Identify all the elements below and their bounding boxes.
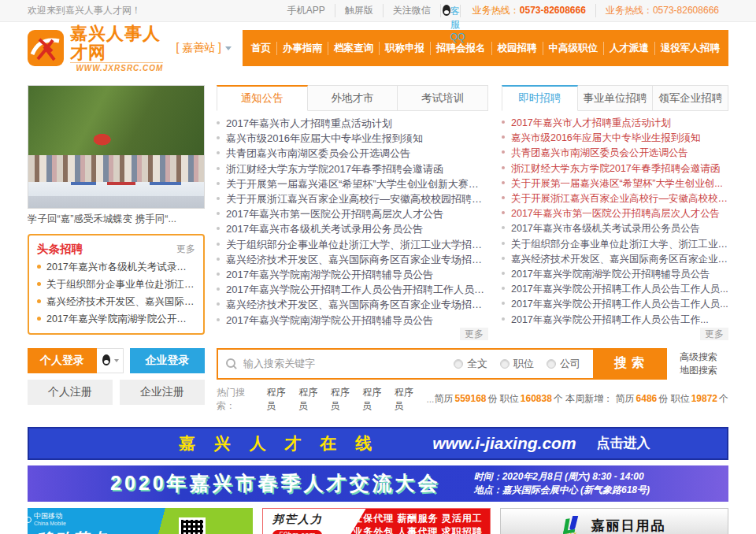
list-item[interactable]: 共青团嘉兴市南湖区委员会公开选调公告 xyxy=(502,146,728,161)
recruit-more-link[interactable]: 更多 xyxy=(700,328,728,340)
news-photo[interactable] xyxy=(28,85,205,209)
hotline-number: 0573-82608666 xyxy=(520,5,586,16)
nav-item-campus[interactable]: 校园招聘 xyxy=(491,42,543,55)
nav-item-home[interactable]: 首页 xyxy=(246,42,276,55)
list-item[interactable]: 2017年嘉兴市各级机关考试录用公务员公告 xyxy=(217,221,488,236)
personal-register-button[interactable]: 个人注册 xyxy=(28,380,113,405)
enterprise-login-button[interactable]: 企业登录 xyxy=(130,348,205,373)
list-item[interactable]: 嘉兴经济技术开发区、嘉兴国际商务区百家企业专场招聘会公告 xyxy=(217,297,488,312)
search-button[interactable]: 搜索 xyxy=(593,350,665,378)
tab-leading-enterprise[interactable]: 领军企业招聘 xyxy=(653,85,728,111)
site-name: 嘉兴人事人才网 xyxy=(70,24,163,62)
list-item[interactable]: 2017年嘉兴市第一医院公开招聘高层次人才公告 xyxy=(502,206,728,221)
list-item[interactable]: 2017年嘉兴市各级机关考试录用公务员公告 xyxy=(502,221,728,236)
nav-item-jobfair-signup[interactable]: 招聘会报名 xyxy=(430,42,491,55)
hot-search-word[interactable]: 程序员 xyxy=(267,386,295,413)
list-item[interactable]: 关于组织部分企事业单位赴浙江大学、浙江工业大... xyxy=(502,237,728,252)
jobfair-title: 2020年嘉兴市春季人才交流大会 xyxy=(110,470,441,496)
list-item[interactable]: 2017年嘉兴市人才招聘重点活动计划 xyxy=(217,116,488,131)
radio-icon xyxy=(454,359,463,369)
list-item[interactable]: 2017年嘉兴学院公开招聘工作人员公告开招聘工作人员公告开... xyxy=(217,282,488,297)
touch-version-link[interactable]: 触屏版 xyxy=(335,4,384,17)
notice-more-link[interactable]: 更多 xyxy=(460,328,488,340)
list-item[interactable]: 关于开展第一届嘉兴港区“希望杯”大学生创业创新大赛的通知 xyxy=(217,176,488,191)
qq-login-dropdown[interactable] xyxy=(97,348,124,373)
list-item[interactable]: 2017年嘉兴学院公开招聘工作人员公告工作... xyxy=(502,313,728,328)
list-item[interactable]: 2017年嘉兴学院南湖学院公开招聘辅... xyxy=(37,310,195,328)
site-logo-icon[interactable] xyxy=(28,30,64,66)
list-item[interactable]: 2017年嘉兴市各级机关考试录用公务... xyxy=(37,258,195,276)
nav-item-guide[interactable]: 办事指南 xyxy=(276,42,328,55)
tab-exam-training[interactable]: 考试培训 xyxy=(398,85,488,111)
list-item[interactable]: 关于组织部分企事业单位赴浙江大学、浙江工业大学招聘人才的... xyxy=(217,237,488,252)
list-item[interactable]: 2017年嘉兴学院公开招聘工作人员公告工作人员... xyxy=(502,297,728,312)
station-selector[interactable]: [ 嘉善站 ] xyxy=(176,41,232,55)
nav-item-veterans[interactable]: 退役军人招聘 xyxy=(654,42,725,55)
hot-search-word[interactable]: 程序员 xyxy=(395,386,422,413)
list-item[interactable]: 嘉兴经济技术开发区、嘉兴国际商务... xyxy=(37,293,195,310)
scope-position-radio[interactable]: 职位 xyxy=(500,357,534,371)
china-mobile-ad[interactable]: 中国移动 China Mobile 移动花卡 季度会员 xyxy=(28,508,253,534)
qq-penguin-icon xyxy=(101,354,112,367)
list-item[interactable]: 嘉兴市级2016年应届大中专毕业生报到须知 xyxy=(502,131,728,146)
site-logo-text[interactable]: 嘉兴人事人才网 WWW.JXRSRC.COM xyxy=(70,24,163,72)
list-item[interactable]: 2017年嘉兴市第一医院公开招聘高层次人才公告 xyxy=(217,206,488,221)
hot-search-word[interactable]: 程序员 xyxy=(298,386,326,413)
scope-fulltext-radio[interactable]: 全文 xyxy=(454,357,487,371)
recruit-list: 2017年嘉兴市人才招聘重点活动计划 嘉兴市级2016年应届大中专毕业生报到须知… xyxy=(502,116,728,328)
search-input[interactable] xyxy=(243,358,454,369)
nav-item-archive-query[interactable]: 档案查询 xyxy=(328,42,379,55)
hot-search-word[interactable]: 程序员 xyxy=(362,386,390,413)
bangmang-hr-ad[interactable]: 邦芒人力 50bm.com 社保代理 薪酬服务 灵活用工 业务外包 人事代理 求… xyxy=(262,508,491,534)
tab-notices[interactable]: 通知公告 xyxy=(217,85,308,111)
service-qq-link[interactable]: 客服QQ xyxy=(441,5,461,17)
list-item[interactable]: 嘉兴市级2016年应届大中专毕业生报到须知 xyxy=(217,131,488,146)
nav-item-title-declare[interactable]: 职称申报 xyxy=(379,42,430,55)
list-item[interactable]: 关于开展浙江嘉兴百家企业高校行—安徽高校校园... xyxy=(502,191,728,206)
hotline-secondary: 业务热线：0573-82608666 xyxy=(596,4,728,17)
welcome-text: 欢迎来到嘉兴人事人才网！ xyxy=(28,4,141,17)
nav-item-senior-jobs[interactable]: 中高级职位 xyxy=(543,42,604,55)
jobfair-meta: 时间：2020年2月8日 (周六) 8:30 - 14:00 地点：嘉兴国际会展… xyxy=(474,470,650,497)
list-item[interactable]: 浙江财经大学东方学院2017年春季招聘会邀请函 xyxy=(502,161,728,176)
list-item[interactable]: 嘉兴经济技术开发区、嘉兴国际商务区百家企业专场招聘会公告 xyxy=(217,252,488,267)
tab-instant-recruit[interactable]: 即时招聘 xyxy=(502,85,578,111)
wechat-follow-link[interactable]: 关注微信 xyxy=(384,4,441,17)
search-area: 全文 职位 公司 搜索 高级搜索 地图搜索 热门搜索： 程序员 程序员 程序员 … xyxy=(217,348,728,413)
advanced-search-link[interactable]: 高级搜索 xyxy=(680,350,728,364)
list-item[interactable]: 2017年嘉兴学院公开招聘工作人员公告工作人员... xyxy=(502,282,728,297)
banner-url: www.i-jiaxing.com xyxy=(432,434,576,453)
jaly-daily-goods-ad[interactable]: JALY 嘉丽日用品 xyxy=(500,508,728,534)
notice-tabs: 通知公告 外地才市 考试培训 xyxy=(217,85,488,111)
spring-jobfair-banner[interactable]: 2020年嘉兴市春季人才交流大会 时间：2020年2月8日 (周六) 8:30 … xyxy=(28,465,728,502)
personal-login-button[interactable]: 个人登录 xyxy=(28,348,97,373)
list-item[interactable]: 关于组织部分企事业单位赴浙江大学... xyxy=(37,276,195,293)
hot-search-ellipsis: ... xyxy=(426,394,434,405)
hot-search-word[interactable]: 程序员 xyxy=(331,386,358,413)
week-resume-count: 6486 xyxy=(636,393,658,404)
tab-public-institution[interactable]: 事业单位招聘 xyxy=(578,85,654,111)
radio-icon xyxy=(500,359,510,369)
list-item[interactable]: 2017年嘉兴市人才招聘重点活动计划 xyxy=(502,116,728,131)
list-item[interactable]: 2017年嘉兴学院南湖学院公开招聘辅导员公告 xyxy=(217,313,488,328)
list-item[interactable]: 共青团嘉兴市南湖区委员会公开选调公告 xyxy=(217,146,488,161)
bangmang-services: 社保代理 薪酬服务 灵活用工 业务外包 人事代理 求职招聘 xyxy=(346,509,490,534)
list-item[interactable]: 2017年嘉兴学院南湖学院公开招聘辅导员公告 xyxy=(502,267,728,282)
list-item[interactable]: 浙江财经大学东方学院2017年春季招聘会邀请函 xyxy=(217,161,488,176)
list-item[interactable]: 嘉兴经济技术开发区、嘉兴国际商务区百家企业专... xyxy=(502,252,728,267)
list-item[interactable]: 关于开展第一届嘉兴港区“希望杯”大学生创业创... xyxy=(502,176,728,191)
headline-more-link[interactable]: 更多 xyxy=(176,243,195,256)
nav-item-dispatch[interactable]: 人才派遣 xyxy=(603,42,654,55)
map-search-link[interactable]: 地图搜索 xyxy=(680,364,728,377)
list-item[interactable]: 2017年嘉兴学院南湖学院公开招聘辅导员公告 xyxy=(217,267,488,282)
list-item[interactable]: 关于开展浙江嘉兴百家企业高校行—安徽高校校园招聘活动的通... xyxy=(217,191,488,206)
news-photo-caption[interactable]: 学子回“嘉”感受禾城蝶变 携手同“... xyxy=(28,209,205,229)
mobile-app-link[interactable]: 手机APP xyxy=(278,4,335,17)
left-column: 学子回“嘉”感受禾城蝶变 携手同“... 头条招聘 更多 2017年嘉兴市各级机… xyxy=(28,85,205,340)
hotline-number-2: 0573-82608666 xyxy=(653,5,719,16)
enterprise-register-button[interactable]: 企业注册 xyxy=(120,380,205,405)
scope-company-radio[interactable]: 公司 xyxy=(547,357,580,371)
jaly-name: 嘉丽日用品 xyxy=(591,517,666,534)
tab-other-markets[interactable]: 外地才市 xyxy=(308,85,398,111)
jiaxing-talent-online-banner[interactable]: 嘉 兴 人 才 在 线 www.i-jiaxing.com 点击进入 xyxy=(28,427,728,460)
